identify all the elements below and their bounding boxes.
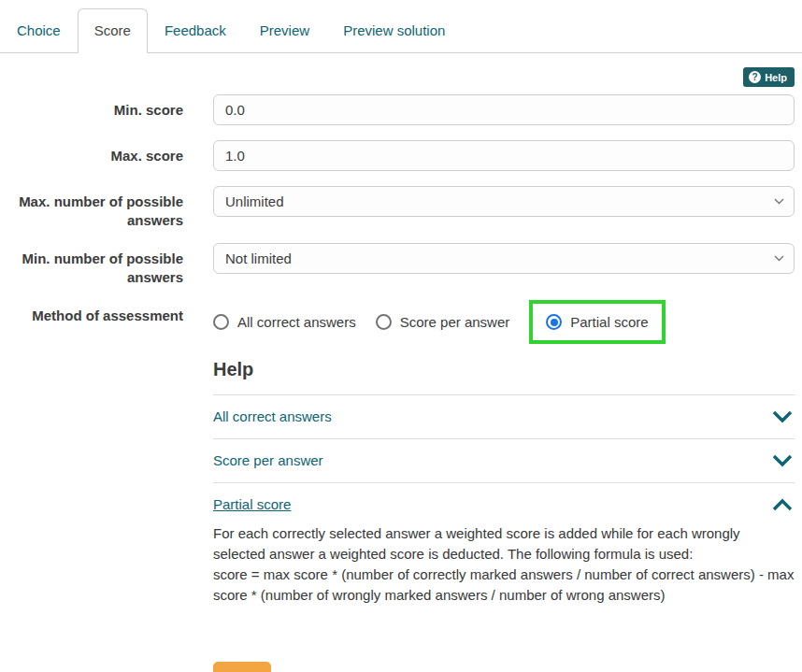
max-score-label: Max. score <box>0 140 183 165</box>
radio-label: Score per answer <box>400 314 510 330</box>
chevron-down-icon <box>774 198 784 205</box>
chevron-up-icon[interactable] <box>772 498 793 511</box>
chevron-down-icon[interactable] <box>772 410 793 423</box>
accordion-header[interactable]: Partial score <box>213 496 795 512</box>
min-score-input[interactable] <box>213 94 795 125</box>
tab-choice[interactable]: Choice <box>0 8 78 53</box>
help-badge-row: ? Help <box>0 67 795 87</box>
help-button-label: Help <box>765 72 787 83</box>
accordion-link[interactable]: All correct answers <box>213 408 332 424</box>
method-of-assessment-row: Method of assessment All correct answers… <box>0 300 795 344</box>
max-score-input[interactable] <box>213 140 795 171</box>
accordion-partial-score: Partial score For each correctly selecte… <box>213 482 795 620</box>
tab-preview-solution[interactable]: Preview solution <box>326 8 462 53</box>
radio-label: All correct answers <box>237 314 356 330</box>
min-possible-answers-select[interactable]: Not limited <box>213 243 795 274</box>
accordion-link[interactable]: Score per answer <box>213 452 323 468</box>
max-possible-answers-value: Unlimited <box>225 193 284 209</box>
help-section: Help All correct answers Score per answe… <box>213 359 795 620</box>
max-possible-answers-select[interactable]: Unlimited <box>213 186 795 217</box>
min-possible-answers-value: Not limited <box>225 250 292 266</box>
partial-score-description: For each correctly selected answer a wei… <box>213 523 795 606</box>
radio-label: Partial score <box>570 314 648 330</box>
max-possible-answers-label: Max. number of possible answers <box>0 186 183 230</box>
radio-unchecked-icon <box>213 314 229 330</box>
partial-score-highlight-box: Partial score <box>529 300 665 344</box>
min-score-label: Min. score <box>0 94 183 120</box>
chevron-down-icon <box>774 255 784 262</box>
help-button[interactable]: ? Help <box>743 67 795 87</box>
radio-unchecked-icon <box>376 314 392 330</box>
tab-feedback[interactable]: Feedback <box>148 8 243 53</box>
score-tab-panel: ? Help Min. score Max. score Max. number… <box>0 53 802 672</box>
radio-score-per-answer[interactable]: Score per answer <box>376 314 510 330</box>
help-section-title: Help <box>213 359 795 380</box>
min-possible-answers-label: Min. number of possible answers <box>0 243 183 287</box>
max-possible-answers-row: Max. number of possible answers Unlimite… <box>0 186 795 230</box>
accordion-header[interactable]: Score per answer <box>213 452 795 468</box>
accordion-link[interactable]: Partial score <box>213 496 291 512</box>
chevron-down-icon[interactable] <box>772 454 793 467</box>
tab-preview[interactable]: Preview <box>243 8 326 53</box>
tab-score[interactable]: Score <box>78 8 148 53</box>
radio-checked-icon <box>546 314 562 330</box>
radio-all-correct-answers[interactable]: All correct answers <box>213 314 356 330</box>
max-score-row: Max. score <box>0 140 795 171</box>
accordion-score-per-answer: Score per answer <box>213 438 795 482</box>
tab-bar: Choice Score Feedback Preview Preview so… <box>0 0 802 53</box>
save-button[interactable]: Save <box>213 662 271 672</box>
accordion-all-correct-answers: All correct answers <box>213 394 795 438</box>
min-possible-answers-row: Min. number of possible answers Not limi… <box>0 243 795 287</box>
accordion-header[interactable]: All correct answers <box>213 408 795 424</box>
method-of-assessment-options: All correct answers Score per answer Par… <box>213 300 795 344</box>
question-circle-icon: ? <box>749 71 761 83</box>
radio-partial-score[interactable]: Partial score <box>546 314 648 330</box>
method-of-assessment-label: Method of assessment <box>0 300 183 325</box>
min-score-row: Min. score <box>0 94 795 125</box>
